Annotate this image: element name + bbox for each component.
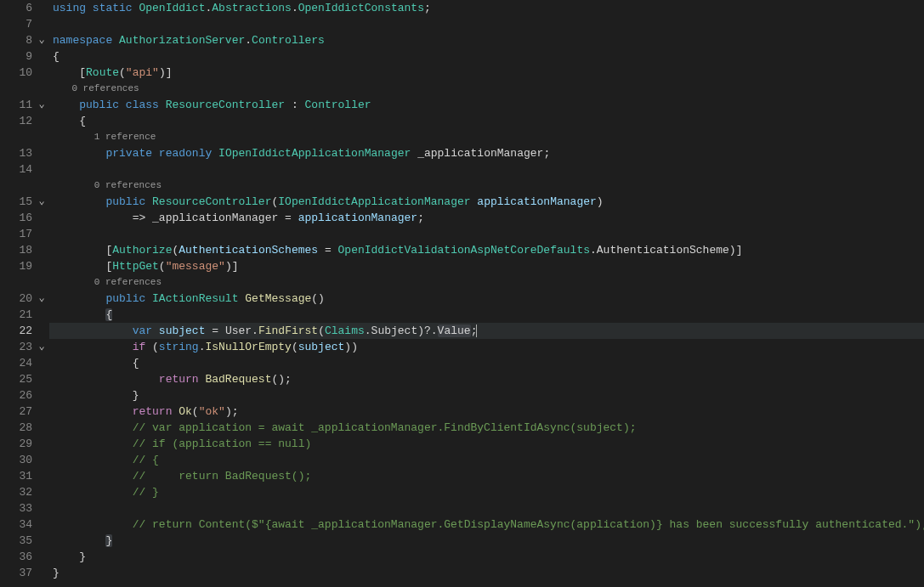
fold-icon[interactable] bbox=[34, 145, 49, 161]
fold-icon[interactable] bbox=[34, 549, 49, 565]
line-number: 29 bbox=[2, 436, 34, 452]
code-line[interactable] bbox=[49, 161, 924, 178]
fold-icon[interactable] bbox=[34, 533, 49, 549]
code-line[interactable]: private readonly IOpenIddictApplicationM… bbox=[49, 145, 924, 161]
fold-icon[interactable] bbox=[34, 178, 49, 194]
line-number: 23 bbox=[2, 339, 34, 355]
fold-icon[interactable] bbox=[34, 500, 49, 516]
fold-icon[interactable] bbox=[34, 129, 49, 145]
line-number: 26 bbox=[2, 387, 34, 404]
fold-icon[interactable] bbox=[34, 355, 49, 371]
line-number: 12 bbox=[2, 113, 34, 129]
code-line[interactable]: // return Content($"{await _applicationM… bbox=[49, 516, 924, 533]
codelens[interactable]: 0 references bbox=[49, 178, 924, 194]
fold-icon[interactable] bbox=[34, 65, 49, 81]
fold-icon[interactable]: ⌄ bbox=[34, 339, 49, 355]
text-cursor bbox=[476, 325, 477, 337]
line-number: 32 bbox=[2, 484, 34, 500]
line-number: 25 bbox=[2, 371, 34, 387]
code-line[interactable]: [Route("api")] bbox=[49, 65, 924, 81]
fold-icon[interactable] bbox=[34, 258, 49, 274]
codelens[interactable]: 0 references bbox=[49, 81, 924, 97]
code-line[interactable]: namespace AuthorizationServer.Controller… bbox=[49, 32, 924, 48]
fold-icon[interactable] bbox=[34, 242, 49, 258]
fold-icon[interactable] bbox=[34, 436, 49, 452]
fold-icon[interactable] bbox=[34, 226, 49, 242]
code-line[interactable]: } bbox=[49, 387, 924, 404]
code-line[interactable]: // } bbox=[49, 484, 924, 500]
line-number: 6 bbox=[2, 0, 34, 16]
fold-icon[interactable]: ⌄ bbox=[34, 291, 49, 307]
line-number: 20 bbox=[2, 291, 34, 307]
code-line-current[interactable]: var subject = User.FindFirst(Claims.Subj… bbox=[49, 323, 924, 339]
code-line[interactable]: { bbox=[49, 48, 924, 65]
fold-icon[interactable] bbox=[34, 387, 49, 404]
code-line[interactable]: } bbox=[49, 549, 924, 565]
line-number: 27 bbox=[2, 404, 34, 420]
line-number: 17 bbox=[2, 226, 34, 242]
code-area[interactable]: using static OpenIddict.Abstractions.Ope… bbox=[49, 0, 924, 587]
fold-icon[interactable] bbox=[34, 16, 49, 32]
line-number: 14 bbox=[2, 161, 34, 178]
line-number: 36 bbox=[2, 549, 34, 565]
fold-icon[interactable] bbox=[34, 452, 49, 468]
line-number: 16 bbox=[2, 210, 34, 226]
line-number: 21 bbox=[2, 307, 34, 323]
fold-icon[interactable] bbox=[34, 323, 49, 339]
line-number: 30 bbox=[2, 452, 34, 468]
fold-icon[interactable] bbox=[34, 48, 49, 65]
fold-icon[interactable] bbox=[34, 468, 49, 484]
codelens[interactable]: 1 reference bbox=[49, 129, 924, 145]
fold-icon[interactable]: ⌄ bbox=[34, 97, 49, 113]
fold-icon[interactable] bbox=[34, 307, 49, 323]
fold-icon[interactable] bbox=[34, 420, 49, 436]
code-line[interactable]: { bbox=[49, 307, 924, 323]
fold-icon[interactable] bbox=[34, 161, 49, 178]
code-line[interactable]: } bbox=[49, 565, 924, 581]
line-number: 35 bbox=[2, 533, 34, 549]
line-number: 34 bbox=[2, 516, 34, 533]
code-line[interactable]: // var application = await _applicationM… bbox=[49, 420, 924, 436]
code-line[interactable]: } bbox=[49, 533, 924, 549]
code-line[interactable]: public class ResourceController : Contro… bbox=[49, 97, 924, 113]
code-line[interactable]: using static OpenIddict.Abstractions.Ope… bbox=[49, 0, 924, 16]
gutter: 6 7 8⌄ 9 10 11⌄ 12 13 14 15⌄ 16 17 18 19… bbox=[0, 0, 49, 587]
code-line[interactable]: public IActionResult GetMessage() bbox=[49, 291, 924, 307]
line-number: 7 bbox=[2, 16, 34, 32]
line-number: 18 bbox=[2, 242, 34, 258]
fold-icon[interactable]: ⌄ bbox=[34, 32, 49, 48]
code-line[interactable]: [Authorize(AuthenticationSchemes = OpenI… bbox=[49, 242, 924, 258]
code-line[interactable] bbox=[49, 500, 924, 516]
code-line[interactable]: // { bbox=[49, 452, 924, 468]
line-number: 31 bbox=[2, 468, 34, 484]
fold-icon[interactable] bbox=[34, 516, 49, 533]
code-editor[interactable]: 6 7 8⌄ 9 10 11⌄ 12 13 14 15⌄ 16 17 18 19… bbox=[0, 0, 924, 587]
line-number: 13 bbox=[2, 145, 34, 161]
code-line[interactable]: return Ok("ok"); bbox=[49, 404, 924, 420]
code-line[interactable]: return BadRequest(); bbox=[49, 371, 924, 387]
code-line[interactable]: { bbox=[49, 113, 924, 129]
fold-icon[interactable] bbox=[34, 81, 49, 97]
code-line[interactable]: public ResourceController(IOpenIddictApp… bbox=[49, 194, 924, 210]
code-line[interactable] bbox=[49, 16, 924, 32]
fold-icon[interactable] bbox=[34, 210, 49, 226]
code-line[interactable] bbox=[49, 226, 924, 242]
line-number: 28 bbox=[2, 420, 34, 436]
line-number: 37 bbox=[2, 565, 34, 581]
line-number: 11 bbox=[2, 97, 34, 113]
fold-icon[interactable] bbox=[34, 113, 49, 129]
fold-icon[interactable] bbox=[34, 0, 49, 16]
fold-icon[interactable] bbox=[34, 274, 49, 291]
code-line[interactable]: if (string.IsNullOrEmpty(subject)) bbox=[49, 339, 924, 355]
fold-icon[interactable]: ⌄ bbox=[34, 194, 49, 210]
fold-icon[interactable] bbox=[34, 371, 49, 387]
code-line[interactable]: { bbox=[49, 355, 924, 371]
code-line[interactable]: // if (application == null) bbox=[49, 436, 924, 452]
code-line[interactable]: [HttpGet("message")] bbox=[49, 258, 924, 274]
code-line[interactable]: // return BadRequest(); bbox=[49, 468, 924, 484]
code-line[interactable]: => _applicationManager = applicationMana… bbox=[49, 210, 924, 226]
fold-icon[interactable] bbox=[34, 565, 49, 581]
fold-icon[interactable] bbox=[34, 484, 49, 500]
fold-icon[interactable] bbox=[34, 404, 49, 420]
codelens[interactable]: 0 references bbox=[49, 274, 924, 291]
